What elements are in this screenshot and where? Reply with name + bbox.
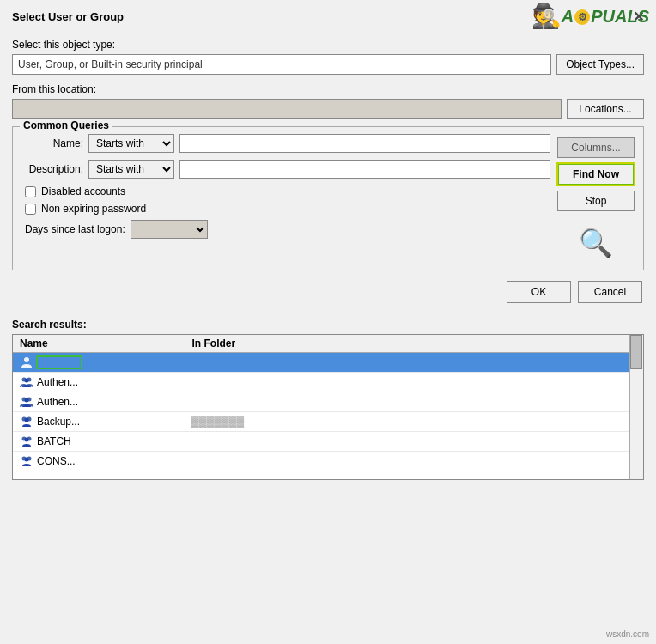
days-logon-label: Days since last logon: [25, 223, 125, 235]
row-folder-cell [185, 353, 643, 373]
non-expiring-row: Non expiring password [21, 203, 550, 215]
from-location-row: Locations... [12, 99, 644, 119]
days-logon-select[interactable]: 30 60 90 [131, 220, 208, 239]
table-row[interactable]: Authen... [13, 373, 643, 392]
row-name-cell: Backup... [13, 412, 185, 432]
stop-button[interactable]: Stop [557, 191, 635, 211]
selected-name-value [37, 356, 82, 368]
disabled-accounts-label: Disabled accounts [41, 185, 125, 197]
non-expiring-label: Non expiring password [41, 203, 146, 215]
row-folder-cell [185, 432, 643, 452]
user-group-icon [20, 454, 33, 468]
object-types-button[interactable]: Object Types... [556, 54, 644, 75]
dialog-title: Select User or Group [12, 10, 124, 23]
table-row[interactable]: Authen... [13, 392, 643, 412]
description-condition-select[interactable]: Starts with Is [88, 160, 174, 179]
svg-point-3 [25, 379, 29, 383]
from-location-input[interactable] [12, 99, 562, 119]
user-group-icon [20, 415, 33, 428]
user-group-icon [20, 375, 33, 389]
description-label: Description: [21, 163, 83, 175]
row-name-cell [13, 353, 185, 373]
queries-layout: Name: Starts with Is Starts with (exact)… [21, 134, 635, 259]
search-results-section: Search results: Name In Folder [0, 319, 656, 480]
locations-button[interactable]: Locations... [567, 99, 644, 119]
name-label: Name: [21, 137, 83, 149]
find-now-button[interactable]: Find Now [557, 163, 635, 185]
ok-button[interactable]: OK [507, 281, 571, 303]
svg-point-15 [25, 458, 29, 462]
results-table-header: Name In Folder [13, 335, 643, 353]
results-table-body: Authen... [13, 353, 643, 471]
name-query-row: Name: Starts with Is Starts with (exact)… [21, 134, 550, 153]
search-results-label: Search results: [12, 319, 644, 331]
table-row[interactable] [13, 353, 643, 373]
logo-area: 🕵️ A⚙PUALS [531, 4, 649, 28]
queries-form: Name: Starts with Is Starts with (exact)… [21, 134, 550, 259]
bottom-buttons-row: OK Cancel [12, 281, 644, 303]
col-name-header[interactable]: Name [13, 335, 185, 353]
object-type-input[interactable] [12, 54, 551, 75]
table-row[interactable]: CONS... [13, 452, 643, 471]
row-folder-cell: ▓▓▓▓▓▓▓ [185, 412, 643, 432]
search-icon-area: 🔍 [557, 227, 635, 259]
dialog-wrapper: 🕵️ A⚙PUALS Select User or Group ✕ Select… [0, 0, 656, 644]
user-icon [20, 355, 33, 369]
row-name-value: CONS... [37, 455, 76, 467]
description-query-row: Description: Starts with Is [21, 160, 550, 179]
table-row[interactable]: BATCH [13, 432, 643, 452]
common-queries-legend: Common Queries [20, 119, 112, 131]
col-infolder-header[interactable]: In Folder [185, 335, 643, 353]
watermark-label: wsxdn.com [606, 629, 649, 639]
user-group-icon [20, 395, 33, 409]
row-folder-cell [185, 452, 643, 471]
disabled-accounts-row: Disabled accounts [21, 185, 550, 197]
search-magnifier-icon: 🔍 [579, 227, 613, 259]
name-query-input[interactable] [179, 134, 550, 153]
dialog-content: Select this object type: Object Types...… [0, 39, 656, 312]
common-queries-group: Common Queries Name: Starts with Is Star… [12, 126, 644, 270]
row-name-cell: CONS... [13, 452, 185, 471]
svg-point-0 [24, 357, 29, 362]
svg-point-12 [25, 438, 29, 442]
logo-text: A⚙PUALS [562, 7, 649, 27]
table-row[interactable]: Backup... ▓▓▓▓▓▓▓ [13, 412, 643, 432]
object-type-label: Select this object type: [12, 39, 644, 51]
svg-point-6 [25, 398, 29, 403]
from-location-label: From this location: [12, 83, 644, 95]
non-expiring-checkbox[interactable] [25, 204, 36, 215]
object-type-row: Object Types... [12, 54, 644, 75]
disabled-accounts-checkbox[interactable] [25, 186, 36, 197]
columns-button[interactable]: Columns... [557, 137, 635, 158]
row-name-value: Backup... [37, 416, 80, 428]
svg-point-9 [25, 418, 29, 422]
row-name-cell: Authen... [13, 392, 185, 412]
row-folder-cell [185, 373, 643, 392]
cancel-button[interactable]: Cancel [578, 281, 642, 303]
row-name-cell: Authen... [13, 373, 185, 392]
results-table: Name In Folder [13, 335, 643, 471]
days-logon-row: Days since last logon: 30 60 90 [21, 220, 550, 239]
description-query-input[interactable] [179, 160, 550, 179]
mascot-icon: 🕵️ [531, 4, 562, 28]
row-name-value: BATCH [37, 435, 71, 447]
results-table-wrapper: Name In Folder [12, 334, 644, 480]
queries-buttons: Columns... Find Now Stop 🔍 [557, 134, 635, 259]
row-name-cell: BATCH [13, 432, 185, 452]
user-group-icon [20, 434, 33, 448]
scrollbar-track[interactable] [629, 335, 643, 479]
row-name-value: Authen... [37, 376, 78, 388]
row-name-value: Authen... [37, 396, 78, 408]
name-condition-select[interactable]: Starts with Is Starts with (exact) Is (e… [88, 134, 174, 153]
row-folder-cell [185, 392, 643, 412]
scrollbar-thumb[interactable] [630, 335, 642, 369]
